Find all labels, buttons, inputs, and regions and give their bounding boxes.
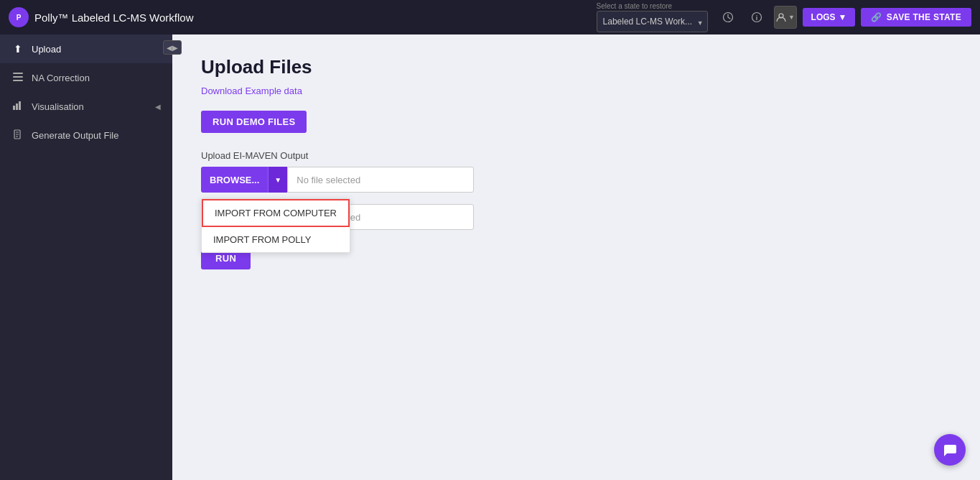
chat-bubble-button[interactable] [934,434,966,466]
logs-label: LOGS [811,12,836,22]
content-area: Upload Files Download Example data RUN D… [172,34,980,480]
na-correction-icon [11,72,24,83]
state-select[interactable]: Labeled LC-MS Work... [597,11,708,32]
sidebar-item-generate-output[interactable]: Generate Output File [0,121,172,150]
visualisation-expand-icon: ◀ [155,103,161,111]
sidebar-item-visualisation-label: Visualisation [32,101,84,112]
main-layout: ◀▶ ⬆ Upload NA Correction [0,34,980,480]
svg-rect-11 [19,101,21,110]
svg-rect-7 [13,76,23,78]
svg-rect-8 [13,80,23,81]
generate-output-icon [11,129,24,142]
page-title: Upload Files [201,56,951,78]
import-from-computer-label: IMPORT FROM COMPUTER [215,208,337,218]
user-avatar[interactable]: ▼ [774,6,797,29]
state-select-label: Select a state to restore [597,2,708,10]
svg-text:i: i [755,14,757,22]
first-browse-container: BROWSE... ▼ No file selected IMPORT FROM… [201,167,474,198]
first-browse-wrapper: BROWSE... ▼ [201,167,287,193]
sidebar-item-generate-output-label: Generate Output File [32,130,118,141]
logs-chevron-icon: ▼ [839,12,847,22]
header-right: Select a state to restore Labeled LC-MS … [597,2,971,32]
run-demo-button[interactable]: RUN DEMO FILES [201,111,307,133]
save-state-button[interactable]: 🔗 SAVE THE STATE [861,8,971,27]
download-example-link[interactable]: Download Example data [201,86,302,96]
sidebar: ◀▶ ⬆ Upload NA Correction [0,34,172,480]
info-icon-button[interactable]: i [745,6,768,29]
first-no-file-text: No file selected [297,175,360,185]
import-from-polly-item[interactable]: IMPORT FROM POLLY [202,227,350,252]
import-from-computer-item[interactable]: IMPORT FROM COMPUTER [202,199,350,227]
logo: P Polly™ Labeled LC-MS Workflow [9,7,193,27]
history-icon-button[interactable] [717,6,739,29]
sidebar-item-upload[interactable]: ⬆ Upload [0,34,172,63]
upload-section-label: Upload EI-MAVEN Output [201,150,951,161]
upload-icon: ⬆ [11,43,24,55]
state-select-wrapper: Select a state to restore Labeled LC-MS … [597,2,708,32]
logo-icon: P [9,7,29,27]
svg-rect-6 [13,73,23,74]
first-browse-label: BROWSE... [210,175,259,185]
svg-text:P: P [17,14,22,22]
app-title: Polly™ Labeled LC-MS Workflow [34,11,193,24]
visualisation-icon [11,101,24,112]
upload-section: Upload EI-MAVEN Output BROWSE... ▼ No fi… [201,150,951,269]
first-file-input-row: BROWSE... ▼ No file selected [201,167,474,193]
header: P Polly™ Labeled LC-MS Workflow Select a… [0,0,980,34]
logs-button[interactable]: LOGS ▼ [803,8,856,27]
first-file-display: No file selected [287,167,474,193]
browse-dropdown-menu: IMPORT FROM COMPUTER IMPORT FROM POLLY [201,198,350,253]
save-state-label: SAVE THE STATE [887,12,961,22]
svg-rect-10 [16,103,18,110]
import-from-polly-label: IMPORT FROM POLLY [213,234,312,245]
svg-rect-9 [13,106,15,110]
first-browse-button[interactable]: BROWSE... [201,167,268,193]
sidebar-item-upload-label: Upload [32,44,61,55]
sidebar-toggle[interactable]: ◀▶ [163,40,182,55]
sidebar-item-na-correction[interactable]: NA Correction [0,63,172,92]
avatar-chevron: ▼ [788,14,795,21]
first-browse-caret[interactable]: ▼ [268,167,287,193]
sidebar-item-visualisation[interactable]: Visualisation ◀ [0,92,172,121]
save-state-link-icon: 🔗 [871,12,882,22]
sidebar-item-na-correction-label: NA Correction [32,73,90,83]
